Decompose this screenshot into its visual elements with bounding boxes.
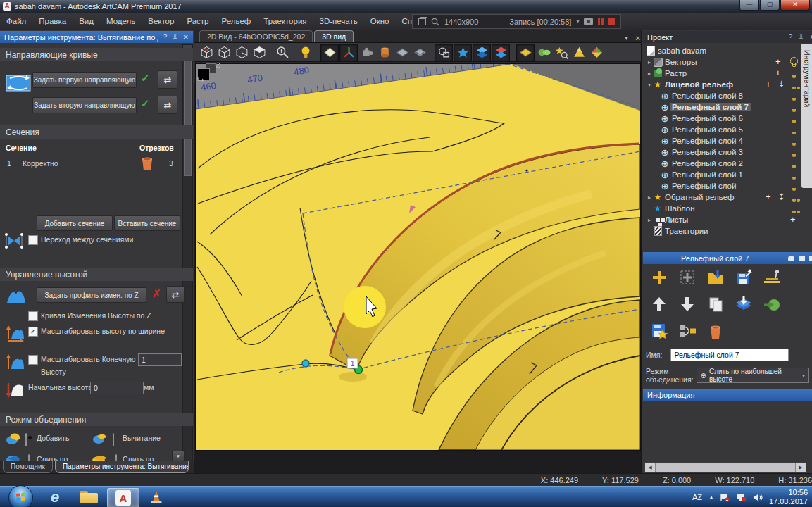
- taskbar-artcam-button[interactable]: A: [107, 488, 139, 507]
- tree-item-root[interactable]: sabah davam: [644, 45, 801, 56]
- start-height-input[interactable]: [90, 382, 144, 394]
- tree-item-front-relief[interactable]: ▾ ★ Лицевой рельеф + ＋＋: [644, 79, 801, 90]
- add-icon[interactable]: +: [790, 216, 796, 223]
- zoom-tool-button[interactable]: [274, 44, 291, 61]
- pause-record-icon[interactable]: [598, 18, 604, 25]
- reverse-first-guide-button[interactable]: ⇄: [158, 70, 177, 89]
- vectors-visibility-toggle[interactable]: [454, 44, 472, 61]
- pin-icon[interactable]: ⇩: [172, 33, 177, 41]
- taskbar-ie-button[interactable]: e: [39, 488, 70, 506]
- origin-axes-toggle[interactable]: [339, 44, 358, 61]
- taskbar-clock[interactable]: 10:56 17.03.2017: [769, 488, 808, 506]
- visibility-bulb-icon[interactable]: [790, 158, 798, 168]
- view-menu-icon[interactable]: ▾: [625, 35, 628, 42]
- menu-raster[interactable]: Растр: [180, 14, 215, 28]
- clone-view-toggle[interactable]: [435, 44, 453, 61]
- material-block-button[interactable]: [376, 44, 393, 61]
- viewport-3d[interactable]: 460 470 480: [195, 63, 641, 451]
- draw-plane-toggle[interactable]: [320, 44, 339, 61]
- tree-item-sheets[interactable]: ▸ Листы +: [644, 214, 801, 225]
- start-button[interactable]: [8, 485, 33, 507]
- add-icon[interactable]: +: [775, 58, 781, 65]
- merge-subtract-radio[interactable]: [113, 433, 114, 446]
- final-height-input[interactable]: [138, 353, 182, 366]
- tree-item-relief-layer-2[interactable]: ⊕ Рельефный слой 2: [644, 158, 801, 169]
- insert-section-button[interactable]: Вставить сечение: [114, 215, 180, 231]
- expander-icon[interactable]: ▸: [646, 194, 653, 201]
- move-layer-up-button[interactable]: [649, 294, 670, 315]
- lighting-button[interactable]: [297, 44, 314, 61]
- window-select-icon[interactable]: [418, 18, 426, 25]
- menu-model[interactable]: Модель: [100, 14, 142, 28]
- layer-header-dock-icon[interactable]: [799, 256, 805, 261]
- menu-toolpath[interactable]: Траектория: [257, 14, 313, 28]
- help-icon[interactable]: ?: [163, 33, 168, 41]
- menu-vector[interactable]: Вектор: [142, 14, 180, 28]
- visibility-bulb-icon[interactable]: [790, 204, 802, 213]
- scroll-left-icon[interactable]: ◀: [645, 463, 655, 472]
- add-layer-button[interactable]: [649, 267, 670, 288]
- info-section-header[interactable]: Информация ▾: [643, 389, 812, 401]
- layer-header-bulb-icon[interactable]: [788, 256, 794, 261]
- import-relief-button[interactable]: [733, 294, 754, 315]
- tree-item-relief-layer-7[interactable]: ⊕ Рельефный слой 7: [644, 101, 801, 113]
- visibility-bulb-icon[interactable]: [790, 91, 798, 101]
- visibility-bulb-icon[interactable]: [790, 80, 802, 89]
- menu-file[interactable]: Файл: [0, 14, 32, 28]
- side-view-button[interactable]: [233, 44, 250, 61]
- preview-vector-button[interactable]: [553, 44, 570, 61]
- toolbox-vertical-tab[interactable]: Инструментарий: [801, 44, 812, 188]
- snapshot-icon[interactable]: [584, 18, 593, 25]
- magnifier-icon[interactable]: [431, 18, 439, 26]
- menu-edit[interactable]: Правка: [32, 14, 73, 28]
- tree-item-vectors[interactable]: ▸ Векторы +: [644, 56, 801, 68]
- tree-item-toolpaths[interactable]: Траектории: [644, 225, 801, 237]
- visibility-bulb-icon[interactable]: [790, 57, 798, 67]
- expander-icon[interactable]: ▸: [646, 217, 653, 223]
- blend-sections-checkbox[interactable]: ✓: [28, 235, 38, 245]
- import-layer-button[interactable]: [705, 267, 726, 288]
- menu-view[interactable]: Вид: [73, 14, 100, 28]
- visibility-bulb-icon[interactable]: [790, 102, 798, 112]
- visibility-bulb-icon[interactable]: [790, 68, 798, 78]
- composite-relief-toggle[interactable]: [516, 44, 535, 61]
- delete-section-icon[interactable]: [139, 154, 155, 172]
- level-relief-button[interactable]: [761, 267, 782, 288]
- scale-height-by-width-checkbox[interactable]: ✓: [28, 327, 38, 337]
- layer-name-input[interactable]: [670, 349, 789, 361]
- tree-item-relief-layer-1[interactable]: ⊕ Рельефный слой 1: [644, 169, 801, 180]
- merge-add-radio[interactable]: [25, 433, 27, 446]
- close-panel-icon[interactable]: ✕: [810, 33, 812, 41]
- visibility-bulb-icon[interactable]: [790, 125, 798, 134]
- add-layer-icon[interactable]: +: [766, 81, 771, 88]
- tree-item-relief-layer-8[interactable]: ⊕ Рельефный слой 8: [644, 90, 801, 101]
- close-view-icon[interactable]: ✕: [635, 35, 641, 42]
- tree-item-relief-layer-4[interactable]: ⊕ Рельефный слой 4: [644, 135, 801, 146]
- duplicate-layer-button[interactable]: [705, 294, 726, 315]
- menu-relief[interactable]: Рельеф: [216, 14, 258, 28]
- scale-final-height-checkbox[interactable]: ✓: [28, 355, 38, 365]
- help-icon[interactable]: ?: [789, 33, 793, 41]
- paste-layers-icon[interactable]: ＋＋: [778, 80, 784, 87]
- maximize-button[interactable]: ▢: [760, 0, 780, 11]
- network-icon[interactable]: [736, 493, 747, 502]
- relief-smoothing-button[interactable]: [570, 44, 587, 61]
- add-from-selection-button[interactable]: [677, 267, 698, 288]
- create-shape-button[interactable]: [535, 44, 552, 61]
- add-section-button[interactable]: Добавить сечение: [37, 215, 113, 231]
- nudge-tool-button[interactable]: [358, 44, 375, 61]
- no-color-icon[interactable]: [215, 62, 221, 68]
- project-panel-hscrollbar[interactable]: ◀ ▶: [644, 462, 806, 472]
- front-view-button[interactable]: [216, 44, 232, 61]
- tray-expand-icon[interactable]: ▲: [708, 494, 714, 501]
- visibility-bulb-icon[interactable]: [790, 147, 798, 157]
- scroll-right-icon[interactable]: ▶: [796, 463, 806, 472]
- merge-more-dropdown[interactable]: ▾: [172, 451, 185, 461]
- action-center-icon[interactable]: [720, 493, 730, 502]
- language-indicator[interactable]: AZ: [692, 493, 702, 501]
- volume-icon[interactable]: [753, 493, 763, 502]
- set-z-profile-button[interactable]: Задать профиль измен. по Z: [37, 287, 146, 303]
- expander-icon[interactable]: ▸: [646, 59, 653, 65]
- tab-3d-view[interactable]: 3D вид: [314, 30, 354, 42]
- move-layer-down-button[interactable]: [677, 294, 698, 315]
